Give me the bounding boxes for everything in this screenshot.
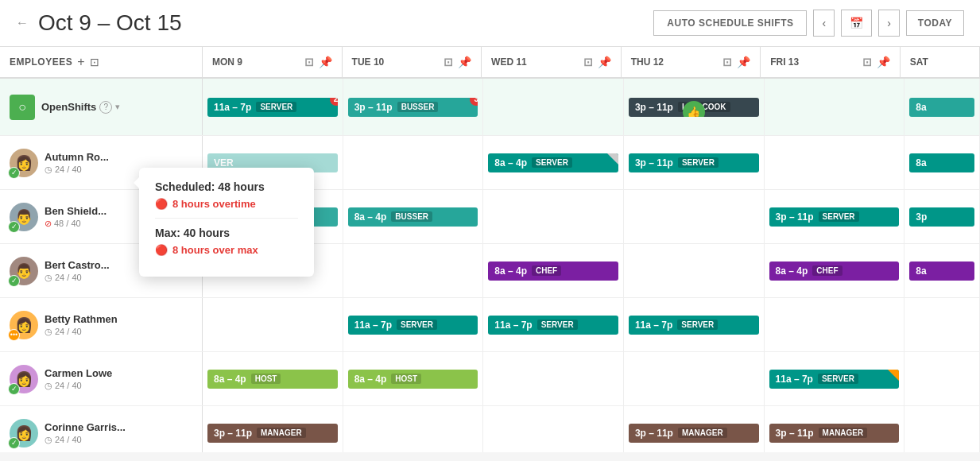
betty-hours-value: 24 / 40 xyxy=(55,327,82,336)
shift-block[interactable]: 8a xyxy=(909,98,974,117)
shift-block[interactable]: 11a – 7p SERVER xyxy=(348,316,478,335)
clock-icon: ◷ xyxy=(45,435,52,445)
shift-block[interactable]: 11a – 7p SERVER xyxy=(488,316,618,335)
ben-fri: 3p – 11p SERVER xyxy=(765,190,905,243)
shift-block[interactable]: 3p xyxy=(909,207,974,227)
shift-block[interactable]: 3p – 11p SERVER xyxy=(769,207,900,227)
open-shifts-question-icon: ? xyxy=(99,101,112,114)
open-shifts-cell: ○ OpenShifts ? ▾ xyxy=(0,79,203,135)
shift-block[interactable]: 8a – 4p BUSSER xyxy=(348,207,478,227)
shift-block[interactable]: 3p – 11p MANAGER xyxy=(769,424,900,443)
betty-wed: 11a – 7p SERVER xyxy=(483,298,624,351)
calendar-button[interactable]: 📅 xyxy=(841,10,872,37)
shift-role: SERVER xyxy=(678,157,719,168)
betty-hours: ◷ 24 / 40 xyxy=(45,327,192,337)
shift-block[interactable]: 11a – 7p SERVER xyxy=(629,316,759,335)
copy-icon-tue[interactable]: ⊡ xyxy=(444,56,453,68)
shift-block[interactable]: 3p – 11p SERVER xyxy=(629,153,759,172)
shift-role: MANAGER xyxy=(678,428,727,438)
header-icons-wed: ⊡ 📌 xyxy=(583,56,611,68)
bert-tue xyxy=(343,244,484,297)
shift-block[interactable]: 8a – 4p SERVER xyxy=(488,153,618,172)
corinne-fri: 3p – 11p MANAGER xyxy=(765,406,905,452)
copy-icon-thu[interactable]: ⊡ xyxy=(722,56,732,68)
clock-icon: ◷ xyxy=(45,273,52,283)
ben-hours-value: 48 / 40 xyxy=(54,219,81,228)
back-button[interactable]: ← xyxy=(16,16,29,30)
pin-icon-tue[interactable]: 📌 xyxy=(458,56,471,68)
tooltip-over-max-label: 8 hours over max xyxy=(172,244,258,256)
shift-block[interactable]: 3p – 11p MANAGER xyxy=(629,424,759,443)
date-range: Oct 9 – Oct 15 xyxy=(38,10,653,36)
carmen-wed xyxy=(483,352,624,405)
corinne-wed xyxy=(483,406,624,452)
today-button[interactable]: TODAY xyxy=(906,10,964,36)
copy-schedule-button[interactable]: ⊡ xyxy=(90,56,99,68)
shift-time: 11a – 7p xyxy=(494,320,532,331)
autumn-name: Autumn Ro... xyxy=(45,151,192,163)
overtime-tooltip: Scheduled: 48 hours 🔴 8 hours overtime M… xyxy=(139,168,314,277)
pin-icon-wed[interactable]: 📌 xyxy=(598,56,611,68)
shift-block[interactable]: 3p – 11p BUSSER 3 xyxy=(348,98,478,117)
shift-time: 11a – 7p xyxy=(776,374,813,385)
thumbs-up-icon: 👍 xyxy=(683,101,705,117)
tooltip-divider xyxy=(155,218,298,219)
header-row: EMPLOYEES + ⊡ MON 9 ⊡ 📌 TUE 10 ⊡ 📌 WED 1… xyxy=(0,47,980,79)
copy-icon-wed[interactable]: ⊡ xyxy=(583,56,593,68)
corinne-info: Corinne Garris... ◷ 24 / 40 xyxy=(45,421,192,445)
shift-block[interactable]: 11a – 7p SERVER xyxy=(769,370,900,389)
shift-badge: 3 xyxy=(470,98,478,106)
shift-time: 3p – 11p xyxy=(776,211,814,223)
shift-role: HOST xyxy=(251,374,281,384)
shift-block[interactable]: 3p – 11p MANAGER xyxy=(207,424,338,443)
shift-block[interactable]: 8a – 4p CHEF xyxy=(769,261,900,281)
carmen-hours: ◷ 24 / 40 xyxy=(45,381,192,391)
employee-row-carmen: 👩 ✓ Carmen Lowe ◷ 24 / 40 8a – 4p HOST xyxy=(0,352,980,406)
shift-time: VER xyxy=(214,157,234,169)
shift-time: 8a xyxy=(916,265,926,277)
open-shifts-arrow[interactable]: ▾ xyxy=(115,102,120,112)
autumn-tue xyxy=(343,136,484,189)
copy-icon-mon[interactable]: ⊡ xyxy=(304,56,314,68)
corinne-employee-cell: 👩 ✓ Corinne Garris... ◷ 24 / 40 xyxy=(0,406,203,452)
shift-time: 3p xyxy=(916,211,927,223)
next-week-button[interactable]: › xyxy=(878,10,900,37)
day-label-fri: FRI 13 xyxy=(770,56,799,68)
shift-role: SERVER xyxy=(818,374,858,384)
carmen-avatar-wrapper: 👩 ✓ xyxy=(10,365,38,393)
shift-block[interactable]: 11a – 7p SERVER 2 xyxy=(207,98,338,117)
employees-column-header: EMPLOYEES + ⊡ xyxy=(0,47,203,77)
clock-icon: ◷ xyxy=(45,327,52,337)
betty-name: Betty Rathmen xyxy=(45,313,192,325)
add-employee-button[interactable]: + xyxy=(77,55,84,69)
day-label-thu: THU 12 xyxy=(631,56,664,68)
tooltip-max-label: Max: 40 hours xyxy=(155,227,298,239)
toolbar-right: AUTO SCHEDULE SHIFTS ‹ 📅 › TODAY xyxy=(653,10,964,37)
pin-icon-mon[interactable]: 📌 xyxy=(319,56,332,68)
shift-block[interactable]: 3p – 11p LINE COOK 👍 xyxy=(629,98,759,117)
auto-schedule-button[interactable]: AUTO SCHEDULE SHIFTS xyxy=(653,10,807,36)
carmen-tue: 8a – 4p HOST xyxy=(343,352,484,405)
shift-time: 11a – 7p xyxy=(214,102,251,113)
pin-icon-thu[interactable]: 📌 xyxy=(737,56,750,68)
header-icons-tue: ⊡ 📌 xyxy=(444,56,471,68)
clock-icon: ◷ xyxy=(45,381,52,391)
shift-block[interactable]: 8a – 4p HOST xyxy=(348,370,478,389)
ben-sat: 3p xyxy=(904,190,980,243)
shift-block[interactable]: 8a – 4p CHEF xyxy=(488,261,618,281)
prev-week-button[interactable]: ‹ xyxy=(813,10,835,37)
corinne-hours: ◷ 24 / 40 xyxy=(45,435,192,445)
shift-block[interactable]: 8a – 4p HOST xyxy=(207,370,338,389)
pin-icon-fri[interactable]: 📌 xyxy=(877,56,890,68)
day-label-sat: SAT xyxy=(910,56,928,68)
shift-time: 8a – 4p xyxy=(494,157,527,169)
carmen-employee-cell: 👩 ✓ Carmen Lowe ◷ 24 / 40 xyxy=(0,352,203,405)
shift-block[interactable]: 8a xyxy=(909,261,974,281)
error-icon: 🔴 xyxy=(155,198,168,210)
betty-employee-cell: 👩 ••• Betty Rathmen ◷ 24 / 40 xyxy=(0,298,203,351)
error-icon-2: 🔴 xyxy=(155,244,168,256)
shift-time: 8a – 4p xyxy=(354,211,387,223)
shift-block[interactable]: 8a xyxy=(909,153,974,172)
copy-icon-fri[interactable]: ⊡ xyxy=(862,56,872,68)
shift-time: 8a xyxy=(916,102,926,113)
